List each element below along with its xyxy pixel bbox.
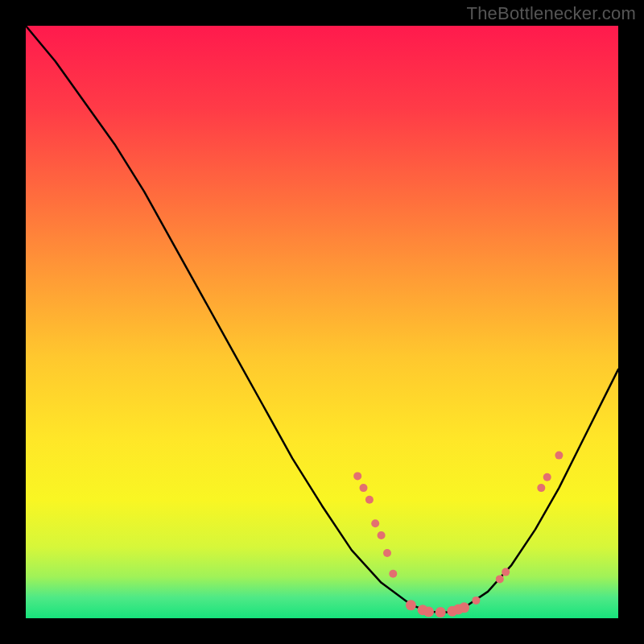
data-point-marker xyxy=(436,607,446,617)
data-point-marker xyxy=(353,472,361,480)
data-point-marker xyxy=(537,484,545,492)
data-point-marker xyxy=(502,568,510,576)
data-point-marker xyxy=(472,597,480,605)
data-point-marker xyxy=(383,549,391,557)
data-point-marker xyxy=(543,473,551,481)
chart-stage: { "attribution": "TheBottlenecker.com", … xyxy=(0,0,644,644)
data-point-marker xyxy=(406,600,416,610)
data-point-marker xyxy=(389,570,397,578)
data-point-marker xyxy=(459,602,469,613)
bottleneck-curve-chart xyxy=(0,0,644,644)
plot-gradient-background xyxy=(26,26,618,618)
data-point-marker xyxy=(371,519,379,527)
data-point-marker xyxy=(360,484,368,492)
data-point-marker xyxy=(378,531,386,539)
data-point-marker xyxy=(496,575,504,583)
data-point-marker xyxy=(423,606,434,617)
data-point-marker xyxy=(365,496,374,504)
data-point-marker xyxy=(555,452,563,460)
